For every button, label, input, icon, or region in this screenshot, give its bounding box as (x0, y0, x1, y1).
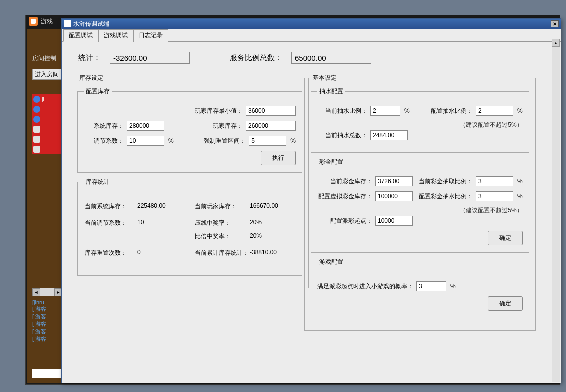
pump-total-label: 当前抽水总数： (317, 132, 367, 140)
adjust-coef-input[interactable] (127, 136, 164, 146)
current-pump-ratio-label: 当前抽水比例： (317, 107, 367, 116)
adjust-coef-label: 调节系数： (84, 137, 124, 146)
minigame-prob-label: 满足派彩起点时进入小游戏的概率： (317, 282, 413, 291)
top-stats-row: 统计： 服务比例总数： (71, 52, 552, 64)
percent-sign: % (404, 108, 410, 114)
player-list: ji (32, 94, 62, 154)
log-line: [jinru (32, 300, 62, 306)
bonus-pump-ratio-input[interactable] (476, 192, 513, 202)
config-pump-ratio-input[interactable] (476, 106, 513, 116)
bonus-stock-input[interactable] (375, 176, 413, 186)
scroll-up-icon[interactable]: ▲ (552, 39, 560, 47)
enter-room-button[interactable]: 进入房间 (32, 69, 61, 80)
tab-log[interactable]: 日志记录 (133, 30, 168, 42)
percent-sign: % (450, 283, 456, 290)
reset-count-label: 库存重置次数： (85, 249, 137, 258)
empty-panel (32, 157, 62, 287)
list-item[interactable] (32, 144, 62, 154)
chat-input[interactable] (32, 370, 62, 378)
percent-sign: % (290, 138, 296, 144)
log-panel: [jinru [ 游客 [ 游客 [ 游客 [ 游客 [ 游客 (32, 300, 62, 343)
bonus-start-label: 配置派彩起点： (317, 217, 372, 226)
controller-icon (33, 136, 40, 143)
list-item[interactable] (32, 104, 62, 114)
scroll-track[interactable] (552, 47, 560, 382)
room-control-group: 房间控制 进入房间 (32, 54, 65, 80)
debug-dialog: 水浒传调试端 ✕ 配置调试 游戏调试 日志记录 统计： 服务比例总数： 库存设定… (61, 18, 561, 384)
controller-icon (33, 146, 40, 153)
pump-total-input[interactable] (370, 130, 408, 140)
player-stock-label: 玩家库存： (213, 122, 243, 130)
current-system-stock-label: 当前系统库存： (85, 202, 137, 211)
bonus-extract-ratio-label: 当前彩金抽取比例： (419, 178, 473, 186)
ratio-label: 服务比例总数： (230, 54, 282, 63)
current-adjust-label: 当前调节系数： (85, 219, 137, 228)
vertical-scrollbar[interactable]: ▲ (552, 39, 560, 382)
reset-count-value: 0 (137, 249, 195, 258)
bonus-extract-ratio-input[interactable] (476, 176, 513, 186)
player-stock-input[interactable] (246, 121, 296, 131)
table-row: 库存重置次数： 0 当前累计库存统计： -38810.00 (85, 249, 295, 258)
game-config-legend: 游戏配置 (317, 258, 345, 266)
room-control-label: 房间控制 (32, 54, 65, 63)
list-item[interactable]: ji (32, 94, 62, 104)
double-win-rate-label: 比倍中奖率： (195, 232, 250, 241)
basic-group: 基本设定 抽水配置 当前抽水比例： % 配置抽水比例： % （建议配置不超 (304, 74, 536, 331)
dialog-title: 水浒传调试端 (73, 20, 109, 28)
scroll-track[interactable] (40, 288, 54, 296)
close-button[interactable]: ✕ (551, 20, 559, 28)
tab-game[interactable]: 游戏调试 (98, 30, 133, 42)
force-reset-input[interactable] (249, 136, 286, 146)
accum-stock-label: 当前累计库存统计： (195, 249, 250, 258)
config-pump-ratio-label: 配置抽水比例： (431, 107, 473, 116)
minigame-prob-input[interactable] (416, 282, 446, 292)
config-inventory-group: 配置库存 玩家库存最小值： 系统库存： 玩家库存： (77, 88, 302, 173)
system-stock-input[interactable] (127, 121, 164, 131)
double-win-rate-value: 20% (250, 232, 295, 241)
execute-button[interactable]: 执行 (261, 151, 296, 166)
log-line: [ 游客 (32, 306, 62, 313)
user-icon (33, 96, 40, 103)
game-config-group: 游戏配置 满足派彩起点时进入小游戏的概率： % 确定 (311, 258, 529, 318)
current-player-stock-value: 166670.00 (250, 202, 295, 211)
bonus-confirm-button[interactable]: 确定 (488, 231, 523, 246)
bonus-hint: （建议配置不超过5%） (317, 206, 523, 215)
parent-title: 游戏 (41, 18, 53, 26)
table-row: 比倍中奖率： 20% (85, 232, 295, 241)
percent-sign: % (517, 178, 523, 185)
line-win-rate-value: 20% (250, 219, 295, 228)
percent-sign: % (168, 138, 174, 144)
line-win-rate-label: 压线中奖率： (195, 219, 250, 228)
player-min-input[interactable] (246, 106, 296, 116)
config-inventory-legend: 配置库存 (84, 88, 112, 96)
controller-icon (33, 126, 40, 133)
horizontal-scrollbar[interactable]: ◄ ► (32, 288, 62, 296)
bonus-group: 彩金配置 当前彩金库存： 当前彩金抽取比例： % 配置虚拟彩金库存： (311, 158, 529, 253)
ratio-field[interactable] (291, 52, 371, 64)
close-icon: ✕ (553, 22, 557, 27)
virtual-bonus-input[interactable] (375, 192, 413, 202)
tab-config[interactable]: 配置调试 (63, 30, 98, 42)
scroll-left-icon[interactable]: ◄ (32, 288, 40, 296)
game-confirm-button[interactable]: 确定 (488, 296, 523, 311)
stat-field[interactable] (110, 52, 190, 64)
bonus-pump-ratio-label: 配置彩金抽水比例： (419, 192, 473, 201)
pump-group: 抽水配置 当前抽水比例： % 配置抽水比例： % （建议配置不超过5%） (311, 88, 529, 153)
table-row: 当前系统库存： 225480.00 当前玩家库存： 166670.00 (85, 202, 295, 211)
log-line: [ 游客 (32, 320, 62, 328)
pump-legend: 抽水配置 (317, 88, 345, 96)
basic-legend: 基本设定 (311, 74, 339, 82)
stat-label: 统计： (78, 54, 101, 63)
user-icon (33, 106, 40, 113)
table-row: 当前调节系数： 10 压线中奖率： 20% (85, 219, 295, 228)
pump-hint: （建议配置不超过5%） (317, 121, 523, 130)
list-item[interactable] (32, 114, 62, 124)
log-line: [ 游客 (32, 328, 62, 336)
percent-sign: % (517, 193, 523, 200)
inventory-legend: 库存设定 (77, 74, 105, 82)
bonus-start-input[interactable] (375, 216, 413, 226)
dialog-titlebar[interactable]: 水浒传调试端 ✕ (62, 19, 561, 29)
list-item[interactable] (32, 134, 62, 144)
current-pump-ratio-input[interactable] (370, 106, 400, 116)
list-item[interactable] (32, 124, 62, 134)
